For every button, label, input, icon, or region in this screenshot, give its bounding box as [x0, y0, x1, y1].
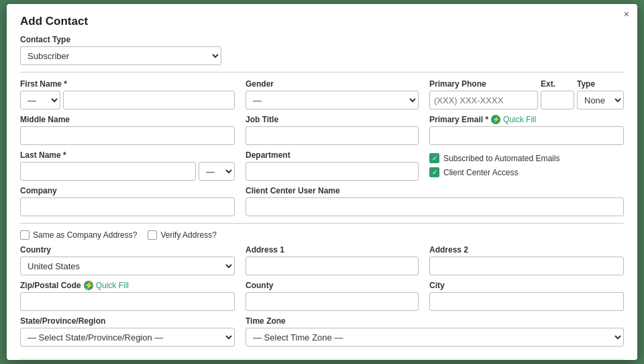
row-2: Middle Name Job Title Primary Email * ⚡ …: [20, 115, 624, 145]
zip-group: Zip/Postal Code ⚡ Quick Fill: [20, 281, 235, 311]
last-name-suffix-select[interactable]: — Jr. Sr. II III: [199, 162, 235, 181]
company-label: Company: [20, 186, 235, 195]
ext-input[interactable]: [541, 91, 574, 109]
address2-input[interactable]: [429, 257, 624, 275]
timezone-label: Time Zone: [246, 316, 624, 326]
zip-quick-fill-link[interactable]: Quick Fill: [96, 281, 129, 290]
address-row-3: State/Province/Region — Select State/Pro…: [20, 316, 624, 347]
county-label: County: [246, 281, 419, 290]
middle-name-group: Middle Name: [20, 115, 235, 145]
zip-label: Zip/Postal Code: [20, 281, 81, 290]
footer-buttons: Create and View Create and Continue: [20, 359, 624, 360]
quick-fill-link[interactable]: Quick Fill: [503, 115, 536, 124]
client-center-username-group: Client Center User Name: [246, 186, 624, 216]
first-name-label: First Name *: [20, 79, 235, 89]
client-center-username-input[interactable]: [246, 197, 624, 216]
primary-phone-group: Primary Phone Ext. Type None Mobile Work…: [429, 79, 624, 109]
phone-labels: Primary Phone Ext. Type: [429, 79, 624, 91]
first-name-group: First Name * — Mr. Mrs. Ms. Dr. Subscrib…: [20, 79, 235, 109]
contact-type-label: Contact Type: [20, 35, 624, 44]
primary-email-label-row: Primary Email * ⚡ Quick Fill: [429, 115, 624, 124]
client-center-access-label: Client Center Access: [443, 168, 518, 177]
verify-address-checkbox[interactable]: [148, 230, 157, 240]
state-label: State/Province/Region: [20, 316, 235, 326]
primary-email-group: Primary Email * ⚡ Quick Fill placeholder…: [429, 115, 624, 145]
country-label: Country: [20, 245, 235, 255]
contact-type-select[interactable]: Subscriber Lead Customer: [20, 46, 221, 65]
timezone-select[interactable]: — Select Time Zone —: [246, 328, 624, 347]
address1-input[interactable]: [246, 257, 419, 275]
address-row-2: Zip/Postal Code ⚡ Quick Fill County City: [20, 281, 624, 311]
address2-group: Address 2: [429, 245, 624, 275]
type-label: Type: [577, 79, 624, 89]
last-name-row: Contact — Jr. Sr. II III: [20, 162, 235, 181]
verify-address-label[interactable]: Verify Address?: [148, 230, 216, 240]
divider-1: [20, 72, 624, 73]
zip-quick-fill-icon: ⚡: [84, 281, 93, 290]
country-group: Country United States Canada United King…: [20, 245, 235, 275]
company-input[interactable]: [20, 197, 235, 216]
middle-name-label: Middle Name: [20, 115, 235, 124]
row-4: Company Client Center User Name: [20, 186, 624, 216]
subscribed-emails-row: Subscribed to Automated Emails: [429, 153, 624, 163]
address-options-row: Same as Company Address? Verify Address?: [20, 230, 624, 240]
address1-group: Address 1: [246, 245, 419, 275]
last-name-label: Last Name *: [20, 150, 235, 160]
gender-label: Gender: [246, 79, 419, 89]
client-center-access-row: Client Center Access: [429, 167, 624, 177]
subscribed-emails-label: Subscribed to Automated Emails: [443, 154, 559, 163]
primary-phone-input[interactable]: [429, 91, 538, 109]
first-name-input[interactable]: Subscriber: [63, 91, 235, 109]
job-title-group: Job Title: [246, 115, 419, 145]
close-button[interactable]: ×: [624, 9, 629, 19]
ext-label: Ext.: [541, 79, 574, 89]
first-name-row: — Mr. Mrs. Ms. Dr. Subscriber: [20, 91, 235, 109]
job-title-input[interactable]: [246, 126, 419, 145]
middle-name-input[interactable]: [20, 126, 235, 145]
city-input[interactable]: [429, 292, 624, 311]
department-input[interactable]: [246, 162, 419, 181]
gender-select[interactable]: — Male Female Other: [246, 91, 419, 109]
phone-type-select[interactable]: None Mobile Work Home: [577, 91, 624, 109]
address-row-1: Country United States Canada United King…: [20, 245, 624, 275]
row-1: First Name * — Mr. Mrs. Ms. Dr. Subscrib…: [20, 79, 624, 109]
city-label: City: [429, 281, 624, 290]
first-name-prefix-select[interactable]: — Mr. Mrs. Ms. Dr.: [20, 91, 60, 109]
address2-label: Address 2: [429, 245, 624, 255]
verify-address-text: Verify Address?: [160, 230, 216, 240]
city-group: City: [429, 281, 624, 311]
modal-title: Add Contact: [20, 15, 624, 28]
address1-label: Address 1: [246, 245, 419, 255]
client-center-access-checkbox[interactable]: [429, 167, 439, 177]
state-select[interactable]: — Select State/Province/Region —: [20, 328, 235, 347]
county-group: County: [246, 281, 419, 311]
client-center-username-label: Client Center User Name: [246, 186, 624, 195]
department-label: Department: [246, 150, 419, 160]
checkboxes-group: Subscribed to Automated Emails Client Ce…: [429, 150, 624, 181]
primary-email-label: Primary Email *: [429, 115, 488, 124]
job-title-label: Job Title: [246, 115, 419, 124]
zip-input[interactable]: [20, 292, 235, 311]
row-3: Last Name * Contact — Jr. Sr. II III Dep…: [20, 150, 624, 181]
zip-label-row: Zip/Postal Code ⚡ Quick Fill: [20, 281, 235, 290]
same-as-company-checkbox[interactable]: [20, 230, 30, 240]
add-contact-modal: × Add Contact Contact Type Subscriber Le…: [7, 4, 637, 360]
divider-2: [20, 223, 624, 224]
phone-line: None Mobile Work Home: [429, 91, 624, 109]
same-as-company-text: Same as Company Address?: [33, 230, 137, 240]
gender-group: Gender — Male Female Other: [246, 79, 419, 109]
primary-phone-label: Primary Phone: [429, 79, 538, 89]
last-name-group: Last Name * Contact — Jr. Sr. II III: [20, 150, 235, 181]
country-select[interactable]: United States Canada United Kingdom: [20, 257, 235, 275]
same-as-company-label[interactable]: Same as Company Address?: [20, 230, 137, 240]
county-input[interactable]: [246, 292, 419, 311]
modal-overlay: × Add Contact Contact Type Subscriber Le…: [0, 0, 644, 364]
contact-type-row: Contact Type Subscriber Lead Customer: [20, 35, 624, 65]
timezone-group: Time Zone — Select Time Zone —: [246, 316, 624, 347]
department-group: Department: [246, 150, 419, 181]
subscribed-emails-checkbox[interactable]: [429, 153, 439, 163]
primary-email-input[interactable]: placeholder@maghub.com: [429, 126, 624, 145]
address-section: Same as Company Address? Verify Address?…: [20, 230, 624, 347]
state-group: State/Province/Region — Select State/Pro…: [20, 316, 235, 347]
last-name-input[interactable]: Contact: [20, 162, 196, 181]
